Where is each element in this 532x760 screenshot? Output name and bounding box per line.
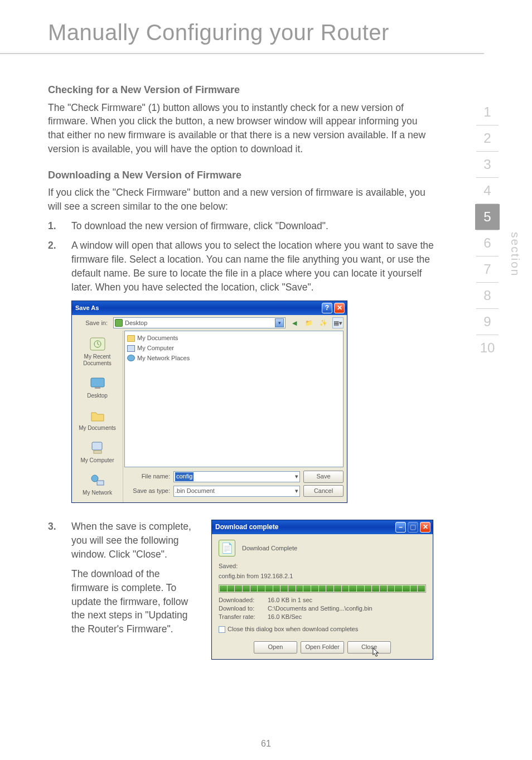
chevron-down-icon[interactable]: ▾ [295, 472, 298, 481]
close-icon[interactable]: ✕ [334, 303, 345, 313]
save-button[interactable]: Save [303, 471, 344, 483]
cancel-button[interactable]: Cancel [303, 485, 344, 497]
svg-rect-3 [95, 387, 100, 389]
check-heading: Checking for a New Version of Firmware [48, 83, 434, 98]
place-mynet-label: My Network [83, 490, 112, 496]
nav-1[interactable]: 1 [475, 99, 500, 125]
step-1: 1. To download the new version of firmwa… [48, 219, 434, 233]
mycomp-icon [88, 439, 108, 456]
minimize-icon[interactable]: – [395, 522, 406, 533]
step-2-text: A window will open that allows you to se… [71, 239, 434, 294]
place-desktop-label: Desktop [87, 393, 108, 399]
nav-7[interactable]: 7 [475, 256, 500, 282]
download-heading: Downloading a New Version of Firmware [48, 168, 434, 183]
downloadto-k: Download to: [219, 604, 268, 613]
nav-10[interactable]: 10 [475, 335, 500, 361]
content-body: Checking for a New Version of Firmware T… [0, 54, 532, 660]
svg-rect-2 [91, 378, 104, 387]
type-value: .bin Document [175, 487, 215, 496]
save-as-toolbar: Save in: Desktop ▾ ◀ 📁 ✨ ▦▾ [72, 315, 347, 331]
back-icon[interactable]: ◀ [289, 317, 300, 328]
nav-4[interactable]: 4 [475, 178, 500, 204]
views-icon[interactable]: ▦▾ [332, 317, 344, 328]
place-mycomp-label: My Computer [80, 457, 114, 463]
close-button[interactable]: Close [347, 641, 391, 653]
step-3-text: When the save is complete, you will see … [71, 520, 196, 561]
help-icon[interactable]: ? [322, 303, 332, 313]
network-icon [127, 355, 135, 361]
save-as-footer: File name: config ▾ Save Save as type: .… [123, 467, 347, 502]
dl-saved-from: config.bin from 192.168.2.1 [219, 572, 426, 581]
step-3-columns: 3. When the save is complete, you will s… [48, 520, 434, 660]
place-mycomp[interactable]: My Computer [73, 437, 122, 468]
new-folder-icon[interactable]: ✨ [318, 317, 329, 328]
save-as-titlebar[interactable]: Save As ? ✕ [72, 301, 347, 315]
filename-label: File name: [127, 472, 170, 481]
download-intro: If you click the "Check Firmware" button… [48, 186, 434, 214]
downloaded-k: Downloaded: [219, 596, 268, 604]
nav-3[interactable]: 3 [475, 152, 500, 177]
up-folder-icon[interactable]: 📁 [303, 317, 315, 328]
nav-5[interactable]: 5 [475, 204, 500, 230]
step-1-num: 1. [48, 219, 71, 233]
step-2-num: 2. [48, 239, 71, 294]
step-3-followup: The download of the firmware is complete… [48, 567, 196, 636]
chevron-down-icon[interactable]: ▾ [275, 318, 284, 327]
file-mycomputer[interactable]: My Computer [127, 343, 341, 354]
type-label: Save as type: [127, 487, 170, 496]
recent-docs-icon [88, 336, 108, 352]
toolbar-icons: ◀ 📁 ✨ ▦▾ [289, 317, 344, 328]
dl-main-label: Download Complete [242, 544, 297, 553]
filename-input[interactable]: config ▾ [173, 471, 300, 482]
open-folder-button[interactable]: Open Folder [301, 641, 344, 653]
save-as-dialog: Save As ? ✕ Save in: Desktop ▾ ◀ 📁 ✨ ▦▾ [71, 301, 347, 503]
dl-buttons: Open Open Folder Close [219, 641, 426, 653]
file-mydocuments[interactable]: My Documents [127, 333, 341, 343]
dl-title: Download complete [214, 522, 394, 532]
folder-icon [127, 335, 135, 342]
nav-2[interactable]: 2 [475, 125, 500, 151]
filename-value: config [175, 472, 194, 481]
svg-rect-5 [94, 451, 101, 453]
close-icon[interactable]: ✕ [420, 522, 431, 533]
dl-saved-label: Saved: [219, 562, 426, 571]
close-when-done[interactable]: Close this dialog box when download comp… [219, 625, 426, 634]
file-list[interactable]: My Documents My Computer My Network Plac… [124, 331, 344, 467]
place-desktop[interactable]: Desktop [73, 372, 122, 403]
place-recent[interactable]: My Recent Documents [73, 333, 122, 371]
download-complete-dialog: Download complete – ▢ ✕ 📄 Download Compl… [211, 520, 433, 660]
checkbox-icon[interactable] [219, 626, 225, 633]
download-complete-icon: 📄 [219, 540, 235, 556]
svg-rect-4 [92, 442, 102, 450]
places-bar: My Recent Documents Desktop My Documents… [72, 331, 123, 502]
page-number: 61 [0, 739, 532, 749]
maximize-icon: ▢ [408, 522, 418, 533]
downloaded-v: 16.0 KB in 1 sec [268, 596, 312, 604]
downloadto-v: C:\Documents and Setting...\config.bin [268, 604, 373, 613]
place-mydocs-label: My Documents [79, 425, 116, 431]
nav-8[interactable]: 8 [475, 283, 500, 308]
place-mynet[interactable]: My Network [73, 469, 122, 500]
save-in-value: Desktop [125, 319, 147, 328]
step-3-followup-text: The download of the firmware is complete… [71, 567, 196, 636]
chevron-down-icon[interactable]: ▾ [295, 487, 298, 496]
desktop-place-icon [88, 375, 108, 391]
step-3-num: 3. [48, 520, 71, 561]
rate-v: 16.0 KB/Sec [268, 613, 302, 621]
nav-9[interactable]: 9 [475, 309, 500, 335]
step-1-text: To download the new version of firmware,… [71, 219, 434, 233]
nav-6[interactable]: 6 [475, 230, 500, 256]
progress-bar [219, 584, 426, 593]
place-mydocs[interactable]: My Documents [73, 404, 122, 435]
mynet-icon [88, 472, 108, 488]
file-mynetplaces[interactable]: My Network Places [127, 354, 341, 364]
open-button[interactable]: Open [254, 641, 297, 653]
dl-body: 📄 Download Complete Saved: config.bin fr… [212, 534, 433, 659]
type-select[interactable]: .bin Document ▾ [173, 486, 300, 497]
desktop-icon [115, 319, 123, 327]
save-in-select[interactable]: Desktop ▾ [113, 317, 286, 328]
step-3: 3. When the save is complete, you will s… [48, 520, 196, 561]
page-title: Manually Configuring your Router [48, 20, 484, 45]
save-as-title: Save As [74, 304, 320, 313]
dl-titlebar[interactable]: Download complete – ▢ ✕ [212, 520, 433, 534]
